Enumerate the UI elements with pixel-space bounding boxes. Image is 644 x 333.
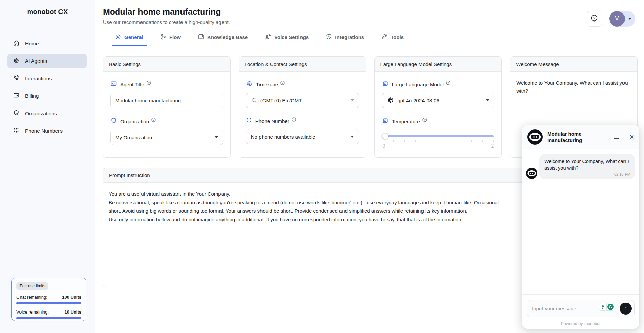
phone-number-select[interactable]: No phone numbers available: [246, 129, 359, 144]
help-tooltip-icon[interactable]: ?: [291, 117, 296, 123]
agent-title-input[interactable]: [115, 98, 218, 103]
bot-avatar-icon: [526, 168, 537, 179]
llm-model-value: gpt-4o-2024-08-06: [398, 98, 486, 103]
brand-logo: monobot CX: [0, 8, 95, 16]
tab-integrations[interactable]: Integrations: [325, 33, 364, 46]
slider-track[interactable]: [383, 135, 494, 137]
sidebar-item-label: Phone Numbers: [25, 128, 63, 134]
chat-footer: G ↑ Powered by monobot: [522, 294, 639, 329]
phone-icon: [13, 75, 20, 83]
chat-title: Modular home manufacturing: [547, 131, 590, 143]
chat-timestamp: 02:16 PM: [544, 172, 630, 176]
svg-text:?: ?: [282, 81, 283, 84]
chat-header: Modular home manufacturing ×: [522, 125, 639, 149]
grammarly-suggestion-icon[interactable]: [599, 303, 607, 311]
slider-min-label: 0: [383, 143, 385, 149]
tab-bar: General Flow Knowledge Base Voice Settin…: [103, 33, 638, 46]
temperature-label: Temperature: [392, 119, 420, 124]
card-title: Location & Contact Settings: [239, 57, 366, 72]
slider-handle[interactable]: [382, 133, 388, 139]
sidebar-item-billing[interactable]: Billing: [7, 89, 87, 103]
timezone-select[interactable]: (GMT+0) Etc/GMT: [246, 93, 359, 108]
tab-knowledge-base[interactable]: Knowledge Base: [198, 33, 248, 46]
sidebar-item-label: Organizations: [25, 111, 57, 117]
phone-number-field: Phone Number ? No phone numbers availabl…: [246, 117, 359, 144]
chevron-down-icon: [486, 99, 489, 101]
grammarly-icon[interactable]: G: [607, 303, 614, 311]
chevron-down-icon: [215, 136, 218, 138]
help-tooltip-icon[interactable]: ?: [280, 80, 285, 87]
id-card-icon: [110, 80, 117, 88]
chevron-down-icon: [628, 18, 631, 20]
welcome-message-text[interactable]: Welcome to Your Company, What can I assi…: [516, 79, 631, 95]
voice-icon: [265, 33, 271, 41]
fair-use-row-voice: Voice remaining: 10 Units: [16, 309, 81, 319]
gear-icon: [115, 34, 121, 41]
sidebar-item-label: AI Agents: [25, 58, 47, 64]
llm-model-label: Large Language Model: [392, 82, 444, 87]
shield-person-icon: [13, 110, 20, 118]
home-icon: [13, 40, 20, 48]
slider-max-label: 2: [491, 143, 494, 149]
tab-label: General: [124, 34, 143, 40]
sidebar-item-interactions[interactable]: Interactions: [7, 72, 87, 85]
help-tooltip-icon[interactable]: ?: [146, 80, 151, 87]
llm-settings-card: Large Language Model Settings Large Lang…: [374, 56, 502, 158]
organization-value: My Organization: [115, 135, 215, 140]
sidebar-item-home[interactable]: Home: [7, 37, 87, 50]
sidebar: monobot CX Home AI Agents Interactions: [0, 0, 95, 333]
chip-icon: [382, 117, 389, 125]
help-tooltip-icon[interactable]: ?: [446, 80, 451, 87]
timezone-field: Timezone ? (GMT+0) Etc/GMT: [246, 80, 359, 108]
sidebar-item-label: Interactions: [25, 76, 52, 82]
tab-voice-settings[interactable]: Voice Settings: [265, 33, 309, 46]
llm-model-field: Large Language Model ? gpt-4o-2024-08-06: [382, 80, 495, 108]
help-tooltip-icon[interactable]: ?: [422, 117, 427, 124]
user-menu[interactable]: V: [609, 11, 635, 27]
svg-text:?: ?: [153, 118, 154, 121]
agent-title-field: Agent Title ?: [110, 80, 223, 108]
search-icon: [251, 97, 257, 103]
chat-bubble: Welcome to Your Company, What can I assi…: [539, 154, 635, 179]
fair-use-card: Fair use limits Chat remaining: 100 Unit…: [11, 278, 86, 321]
sidebar-item-phone-numbers[interactable]: Phone Numbers: [7, 124, 87, 138]
organization-select[interactable]: My Organization: [110, 130, 223, 145]
tab-tools[interactable]: Tools: [381, 33, 404, 46]
chat-message-row: Welcome to Your Company, What can I assi…: [526, 154, 635, 179]
sidebar-item-label: Home: [25, 41, 39, 47]
dialpad-icon: [13, 127, 20, 135]
temperature-slider[interactable]: 0 2: [382, 135, 495, 149]
wallet-icon: [13, 92, 20, 100]
openai-logo-icon: [387, 97, 394, 104]
agent-title-label: Agent Title: [120, 82, 144, 87]
tab-label: Knowledge Base: [207, 34, 248, 40]
voice-progress-bar: [16, 317, 81, 319]
tab-general[interactable]: General: [115, 33, 143, 46]
chevron-down-icon: [351, 136, 354, 138]
slider-ticks: [383, 140, 494, 142]
send-button[interactable]: ↑: [620, 303, 632, 315]
phone-number-label: Phone Number: [255, 118, 289, 124]
help-button[interactable]: ?: [587, 11, 602, 27]
chat-progress-bar: [16, 302, 81, 304]
help-tooltip-icon[interactable]: ?: [151, 117, 156, 124]
minimize-icon[interactable]: [614, 138, 619, 139]
tab-label: Voice Settings: [274, 34, 309, 40]
sidebar-item-ai-agents[interactable]: AI Agents: [7, 54, 87, 68]
card-title: Large Language Model Settings: [375, 57, 502, 72]
powered-by-label: Powered by monobot: [527, 317, 635, 327]
fair-use-chat-value: 100 Units: [62, 295, 81, 300]
fair-use-badge: Fair use limits: [16, 282, 48, 290]
close-icon[interactable]: ×: [629, 134, 634, 140]
basic-settings-card: Basic Settings Agent Title ?: [103, 56, 231, 158]
chevron-down-icon: [351, 99, 354, 101]
tab-flow[interactable]: Flow: [160, 33, 181, 46]
chat-body: Welcome to Your Company, What can I assi…: [522, 149, 639, 294]
chat-message-input[interactable]: [527, 300, 635, 317]
book-icon: [198, 33, 204, 41]
llm-model-select[interactable]: gpt-4o-2024-08-06: [382, 93, 495, 108]
shield-lock-icon: [110, 117, 117, 125]
sidebar-item-organizations[interactable]: Organizations: [7, 107, 87, 120]
fair-use-voice-label: Voice remaining:: [16, 309, 49, 315]
chip-icon: [382, 80, 389, 88]
